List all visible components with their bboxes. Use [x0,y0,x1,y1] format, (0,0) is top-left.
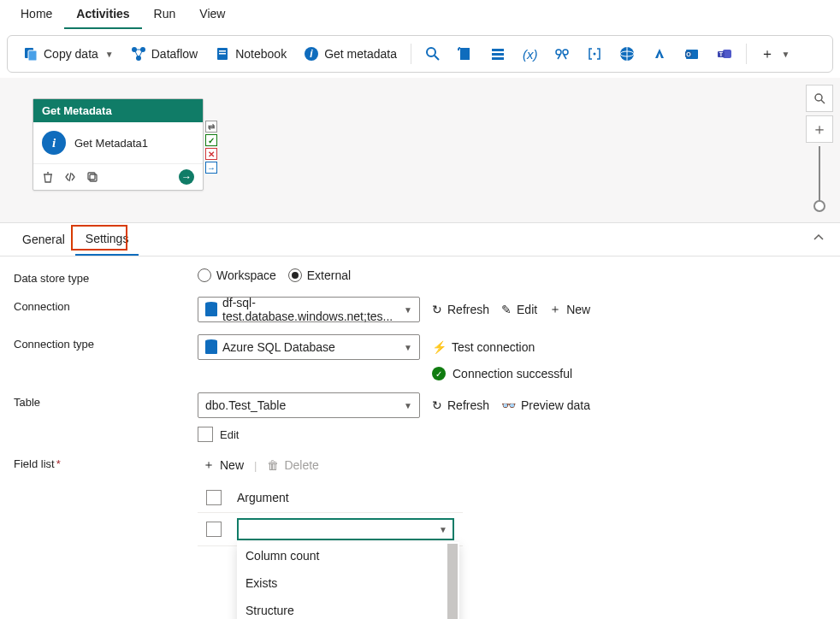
chevron-down-icon: ▼ [404,343,412,352]
svg-rect-14 [492,53,504,56]
delete-icon: 🗑 [267,458,279,472]
svg-rect-7 [219,53,226,55]
field-list-label: Field list* [14,454,198,470]
tab-view[interactable]: View [187,0,237,29]
bracket-icon-button[interactable] [580,43,609,65]
pipeline-canvas[interactable]: Get Metadata i Get Metadata1 → ⇄ ✓ ✕ → ＋ [0,78,840,223]
zoom-slider[interactable] [819,146,820,206]
connection-type-label: Connection type [14,334,198,351]
list-icon-button[interactable] [483,43,512,65]
dataflow-label: Dataflow [151,47,198,61]
table-label: Table [14,392,198,409]
web-icon-button[interactable] [612,43,642,65]
tab-general[interactable]: General [12,224,75,255]
top-tabs: Home Activities Run View [0,0,840,30]
copy-data-icon [23,46,38,62]
chevron-down-icon: ▼ [781,50,790,59]
connector-completion-icon[interactable]: → [205,162,217,174]
dataflow-button[interactable]: Dataflow [124,43,204,65]
new-connection-button[interactable]: ＋New [549,302,590,317]
tab-activities[interactable]: Activities [64,0,141,29]
activity-node[interactable]: Get Metadata i Get Metadata1 → [33,98,204,191]
collapse-panel-icon[interactable] [813,232,825,244]
info-icon: i [304,46,319,62]
edit-table-checkbox[interactable] [198,427,213,442]
svg-rect-6 [219,50,226,52]
refresh-icon: ↻ [432,398,442,412]
run-icon[interactable]: → [179,169,194,185]
connector-success-icon[interactable]: ✓ [205,134,217,146]
workspace-radio[interactable]: Workspace [198,268,276,282]
new-field-button[interactable]: ＋New [198,454,249,476]
outlook-icon-button[interactable]: O [677,43,707,65]
node-connectors: ⇄ ✓ ✕ → [205,121,217,174]
canvas-search-button[interactable] [806,85,833,112]
row-checkbox[interactable] [206,522,222,537]
edit-connection-button[interactable]: ✎Edit [501,303,537,316]
connection-select[interactable]: df-sql-test.database.windows.net;tes... … [198,297,420,322]
activity-header: Get Metadata [33,99,203,122]
svg-rect-12 [460,48,470,60]
svg-rect-13 [492,49,504,51]
delete-icon[interactable] [42,171,54,183]
table-select[interactable]: dbo.Test_Table ▼ [198,392,420,418]
connection-type-select[interactable]: Azure SQL Database ▼ [198,334,420,360]
option-structure[interactable]: Structure [237,597,459,619]
variable-icon-button[interactable]: (x) [516,44,545,65]
lookup-icon-button[interactable] [547,43,577,65]
svg-rect-30 [88,173,95,180]
activity-name: Get Metadata1 [74,137,148,150]
connector-skip-icon[interactable]: ⇄ [205,121,217,133]
chevron-down-icon: ▼ [105,50,114,59]
select-all-checkbox[interactable] [206,490,222,505]
teams-icon-button[interactable]: T [710,43,739,65]
svg-text:T: T [719,51,724,57]
preview-data-button[interactable]: 👓Preview data [501,398,590,412]
copy-icon[interactable] [86,171,98,183]
refresh-table-button[interactable]: ↻Refresh [432,398,489,412]
scrollbar[interactable] [447,544,458,619]
svg-text:O: O [687,51,692,57]
edit-checkbox-label: Edit [220,428,239,441]
tab-run[interactable]: Run [142,0,188,29]
copy-data-button[interactable]: Copy data ▼ [16,43,121,65]
code-icon[interactable] [64,171,76,183]
script-icon-button[interactable] [451,43,480,65]
test-connection-button[interactable]: ⚡Test connection [432,340,535,354]
argument-select[interactable]: ▼ [237,518,454,540]
tab-home[interactable]: Home [9,0,64,29]
tab-settings[interactable]: Settings [75,223,139,256]
azure-icon-button[interactable] [645,43,674,65]
option-column-count[interactable]: Column count [237,542,459,569]
database-icon [205,303,217,316]
svg-line-33 [821,100,825,103]
delete-field-button[interactable]: 🗑Delete [262,455,323,475]
add-activity-button[interactable]: ＋▼ [754,42,796,67]
svg-point-10 [427,48,435,56]
svg-rect-1 [28,50,37,61]
svg-line-18 [558,55,560,59]
refresh-icon: ↻ [432,303,442,316]
plus-icon: ＋ [203,457,215,473]
refresh-connection-button[interactable]: ↻Refresh [432,303,489,316]
get-metadata-button[interactable]: i Get metadata [297,43,404,65]
svg-point-20 [594,53,596,56]
chevron-down-icon: ▼ [439,525,447,534]
argument-header: Argument [237,491,289,504]
connection-value: df-sql-test.database.windows.net;tes... [222,296,399,323]
svg-point-17 [563,50,568,55]
svg-point-16 [556,50,561,55]
copy-data-label: Copy data [44,47,98,61]
notebook-label: Notebook [235,47,287,61]
table-value: dbo.Test_Table [205,398,286,412]
settings-form: Data store type Workspace External Conne… [0,256,840,570]
connector-fail-icon[interactable]: ✕ [205,148,217,160]
notebook-button[interactable]: Notebook [208,43,293,65]
external-radio[interactable]: External [288,268,351,282]
connection-status: ✓ Connection successful [432,367,572,380]
zoom-in-button[interactable]: ＋ [806,115,833,143]
search-icon-button[interactable] [418,43,447,65]
dataflow-icon [131,46,146,62]
svg-rect-15 [492,57,504,60]
option-exists[interactable]: Exists [237,569,459,597]
